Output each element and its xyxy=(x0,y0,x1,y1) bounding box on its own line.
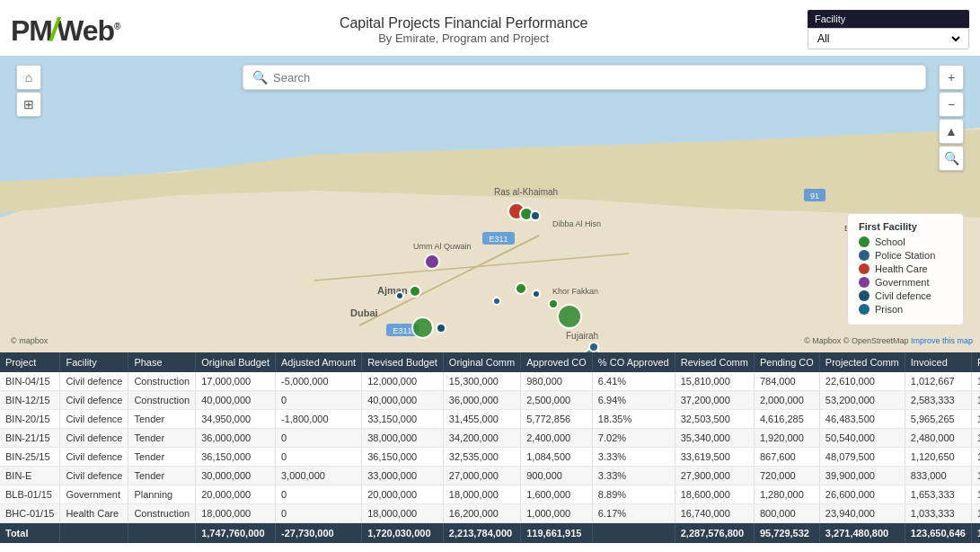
facility-filter[interactable]: Facility All School Police Station Healt… xyxy=(808,10,969,49)
table-cell: 18,000,000 xyxy=(196,504,276,523)
search-bar[interactable]: 🔍 xyxy=(243,65,926,90)
table-cell: BLB-01/15 xyxy=(0,485,60,504)
logo-area: PM/Web® xyxy=(11,11,119,49)
table-cell: 5,965,265 xyxy=(905,410,971,429)
table-cell: 1,012,667 xyxy=(905,372,971,391)
table-cell: 784,000 xyxy=(754,372,819,391)
total-adj-amount: -27,730,000 xyxy=(276,523,362,544)
table-cell: 1,920,000 xyxy=(754,429,819,448)
map-zoom-in-button[interactable]: + xyxy=(939,65,964,90)
map-marker-9[interactable] xyxy=(515,282,527,295)
legend-label-health: Health Care xyxy=(875,263,928,274)
map-marker-3[interactable] xyxy=(530,210,541,221)
table-cell: 32,535,000 xyxy=(443,448,520,467)
table-cell: 2,000,000 xyxy=(754,391,819,410)
legend-dot-school xyxy=(859,236,870,247)
map-marker-12[interactable] xyxy=(557,304,582,329)
data-table-container: Project Facility Phase Original Budget A… xyxy=(0,352,980,552)
table-cell: 867,600 xyxy=(754,448,819,467)
map-credit: © Mapbox © OpenStreetMap Improve this ma… xyxy=(804,336,973,345)
col-adj-amount: Adjusted Amount xyxy=(276,352,362,372)
table-row: BLB-01/15GovernmentPlanning20,000,000020… xyxy=(0,485,980,504)
table-cell: Construction xyxy=(128,504,196,523)
table-cell: 134,200,810 xyxy=(971,485,980,504)
map-marker-5[interactable] xyxy=(409,285,421,298)
map-zoom-out-button[interactable]: − xyxy=(939,92,964,117)
table-row: BIN-12/15Civil defenceConstruction40,000… xyxy=(0,391,980,410)
legend-label-govt: Government xyxy=(875,277,930,288)
table-row: BIN-04/15Civil defenceConstruction17,000… xyxy=(0,372,980,391)
col-facility: Facility xyxy=(60,352,128,372)
map-container[interactable]: E311 Ajman Dubai Ras al-Khaimah Dibba Al… xyxy=(0,56,980,352)
facility-select-wrapper[interactable]: All School Police Station Health Care Go… xyxy=(808,28,969,49)
svg-text:Fujairah: Fujairah xyxy=(566,331,598,341)
col-orig-budget: Original Budget xyxy=(196,352,276,372)
map-marker-10[interactable] xyxy=(532,289,541,298)
map-controls-right: + − ▲ 🔍 xyxy=(939,65,964,171)
table-cell: -5,000,000 xyxy=(276,372,362,391)
legend-title: First Facility xyxy=(859,221,952,232)
map-search-button[interactable]: 🔍 xyxy=(939,146,964,171)
map-marker-11[interactable] xyxy=(548,298,559,309)
map-marker-8[interactable] xyxy=(436,323,446,334)
table-cell: 8.89% xyxy=(592,485,675,504)
table-cell: Planning xyxy=(128,485,196,504)
table-cell: 134,200,810 xyxy=(971,372,980,391)
legend-item-police: Police Station xyxy=(859,250,952,261)
table-cell: 31,455,000 xyxy=(443,410,520,429)
table-cell: 720,000 xyxy=(754,467,819,485)
svg-text:Khor Fakkan: Khor Fakkan xyxy=(552,287,598,296)
logo-pm: PM xyxy=(11,14,52,47)
table-cell: 34,200,000 xyxy=(443,429,520,448)
table-cell: 1,000,000 xyxy=(521,504,593,523)
table-cell: BHC-01/15 xyxy=(0,504,60,523)
table-cell: 18,000,000 xyxy=(443,485,520,504)
table-cell: 1,084,500 xyxy=(521,448,593,467)
table-cell: 0 xyxy=(276,448,362,467)
table-cell: 53,200,000 xyxy=(819,391,905,410)
improve-map-link[interactable]: Improve this map xyxy=(911,336,973,345)
col-rev-comm: Revised Comm xyxy=(675,352,754,372)
map-marker-16[interactable] xyxy=(588,342,599,352)
table-cell: 0 xyxy=(276,391,362,410)
table-row: BHC-01/15Health CareConstruction18,000,0… xyxy=(0,504,980,523)
total-approved-co: 119,661,915 xyxy=(521,523,593,544)
table-cell: 800,000 xyxy=(754,504,819,523)
title-sub: By Emirate, Program and Project xyxy=(119,31,808,45)
col-phase: Phase xyxy=(128,352,196,372)
facility-select[interactable]: All School Police Station Health Care Go… xyxy=(814,31,963,46)
table-cell: Tender xyxy=(128,410,196,429)
table-cell: 22,610,000 xyxy=(819,372,905,391)
map-legend: First Facility School Police Station Hea… xyxy=(847,213,964,325)
table-cell: 134,200,810 xyxy=(971,391,980,410)
table-cell: 6.41% xyxy=(592,372,675,391)
title-main: Capital Projects Financial Performance xyxy=(119,15,808,31)
map-home-button[interactable]: ⌂ xyxy=(16,65,41,90)
map-marker-7[interactable] xyxy=(411,316,434,339)
total-orig-budget: 1,747,760,000 xyxy=(196,523,276,544)
search-input[interactable] xyxy=(273,71,916,85)
col-pct-co: % CO Approved xyxy=(592,352,675,372)
table-header-row: Project Facility Phase Original Budget A… xyxy=(0,352,980,372)
table-cell: 20,000,000 xyxy=(196,485,276,504)
map-marker-13[interactable] xyxy=(492,297,501,306)
table-cell: 38,000,000 xyxy=(362,429,444,448)
table-cell: 18,000,000 xyxy=(362,504,444,523)
legend-dot-prison xyxy=(859,304,870,315)
table-cell: Tender xyxy=(128,467,196,485)
map-north-button[interactable]: ▲ xyxy=(939,119,964,144)
table-cell: 36,150,000 xyxy=(196,448,276,467)
table-cell: Civil defence xyxy=(60,429,128,448)
facility-label: Facility xyxy=(808,10,969,28)
table-cell: 16,740,000 xyxy=(675,504,754,523)
table-cell: Civil defence xyxy=(60,391,128,410)
map-expand-button[interactable]: ⊞ xyxy=(16,92,41,117)
map-marker-6[interactable] xyxy=(395,291,404,300)
col-pending-co: Pending CO xyxy=(754,352,819,372)
table-cell: 50,540,000 xyxy=(819,429,905,448)
map-marker-4[interactable] xyxy=(424,254,440,270)
legend-dot-police xyxy=(859,250,870,261)
table-cell: 48,079,500 xyxy=(819,448,905,467)
table-cell: 27,900,000 xyxy=(675,467,754,485)
table-cell: Health Care xyxy=(60,504,128,523)
